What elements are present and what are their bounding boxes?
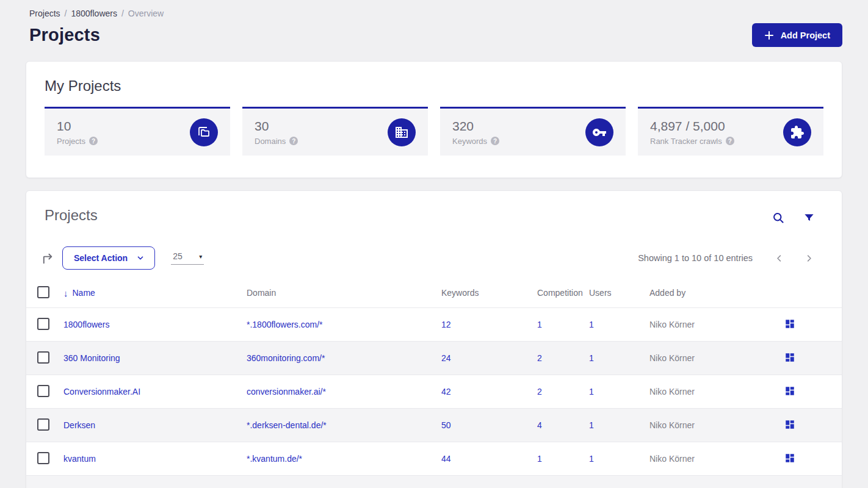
column-header-added-by[interactable]: Added by <box>649 288 771 298</box>
stat-value: 4,897 / 5,000 <box>650 119 734 134</box>
table-row: 1800flowers *.1800flowers.com/* 12 1 1 N… <box>26 307 842 341</box>
projects-panel-title: Projects <box>45 207 98 224</box>
competition-count-link[interactable]: 2 <box>537 353 589 363</box>
keywords-count-link[interactable]: 12 <box>441 320 537 329</box>
users-count-link[interactable]: 1 <box>589 420 649 430</box>
dashboard-icon[interactable] <box>784 318 795 329</box>
breadcrumb: Projects / 1800flowers / Overview <box>29 9 842 18</box>
added-by-label: Niko Körner <box>649 353 771 363</box>
page-size-select[interactable]: 25 ▾ <box>171 251 204 265</box>
sort-descending-icon: ↓ <box>63 288 68 298</box>
stat-tile-domains[interactable]: 30 Domains? <box>242 107 428 156</box>
stat-value: 320 <box>452 119 499 134</box>
project-domain-link[interactable]: 360monitoring.com/* <box>247 353 441 363</box>
project-domain-link[interactable]: conversionmaker.ai/* <box>247 387 441 396</box>
add-project-button[interactable]: Add Project <box>752 23 842 47</box>
my-projects-title: My Projects <box>45 77 823 95</box>
project-domain-link[interactable]: *.1800flowers.com/* <box>247 320 441 329</box>
keywords-count-link[interactable]: 44 <box>441 454 537 464</box>
added-by-label: Niko Körner <box>649 420 771 430</box>
row-checkbox[interactable] <box>37 351 49 364</box>
column-header-keywords[interactable]: Keywords <box>441 288 537 298</box>
help-icon[interactable]: ? <box>289 137 298 145</box>
project-name-link[interactable]: 360 Monitoring <box>63 353 247 363</box>
project-name-link[interactable]: 1800flowers <box>63 320 247 329</box>
pagination-prev-icon[interactable] <box>769 250 790 267</box>
users-count-link[interactable]: 1 <box>589 387 649 396</box>
help-icon[interactable]: ? <box>726 137 734 145</box>
competition-count-link[interactable]: 1 <box>537 320 589 329</box>
project-name-link[interactable]: Derksen <box>63 420 247 430</box>
stat-value: 30 <box>255 119 298 134</box>
users-count-link[interactable]: 1 <box>589 454 649 464</box>
keywords-count-link[interactable]: 42 <box>441 387 537 396</box>
pagination-next-icon[interactable] <box>798 250 820 267</box>
breadcrumb-current: Overview <box>128 9 164 18</box>
select-action-dropdown[interactable]: Select Action <box>62 246 155 270</box>
select-action-label: Select Action <box>74 253 128 263</box>
project-name-link[interactable]: Conversionmaker.AI <box>63 387 247 396</box>
export-icon[interactable] <box>40 250 56 267</box>
column-header-users[interactable]: Users <box>589 288 649 298</box>
page-size-value: 25 <box>173 251 183 261</box>
added-by-label: Niko Körner <box>649 387 771 396</box>
table-row: Conversionmaker.AI conversionmaker.ai/* … <box>26 375 842 408</box>
stat-tile-projects[interactable]: 10 Projects? <box>45 107 230 156</box>
top-header: Projects / 1800flowers / Overview Projec… <box>0 0 868 47</box>
table-row: 360 Monitoring 360monitoring.com/* 24 2 … <box>26 341 842 375</box>
key-icon <box>585 118 613 146</box>
caret-down-icon: ▾ <box>199 253 202 260</box>
projects-stack-icon <box>190 118 218 146</box>
stat-label: Rank Tracker crawls <box>650 137 722 146</box>
puzzle-icon <box>783 118 811 146</box>
users-count-link[interactable]: 1 <box>589 353 649 363</box>
table-body: 1800flowers *.1800flowers.com/* 12 1 1 N… <box>26 307 842 488</box>
stat-value: 10 <box>57 119 98 134</box>
projects-table-card: Projects Select Action 25 ▾ Showing 1 to… <box>26 190 842 488</box>
page-title: Projects <box>29 25 100 45</box>
row-checkbox[interactable] <box>37 418 49 431</box>
table-row: kvantum *.kvantum.de/* 44 1 1 Niko Körne… <box>26 442 842 475</box>
competition-count-link[interactable]: 4 <box>537 420 589 430</box>
column-header-domain[interactable]: Domain <box>247 288 441 298</box>
column-header-competition[interactable]: Competition <box>537 288 589 298</box>
select-all-checkbox[interactable] <box>37 286 49 298</box>
dashboard-icon[interactable] <box>784 453 795 464</box>
breadcrumb-projects[interactable]: Projects <box>29 9 60 18</box>
project-domain-link[interactable]: *.derksen-dental.de/* <box>247 420 441 430</box>
row-checkbox[interactable] <box>37 318 49 330</box>
stat-label: Projects <box>57 137 85 146</box>
help-icon[interactable]: ? <box>491 137 499 145</box>
my-projects-card: My Projects 10 Projects? 30 Domains? <box>26 61 842 178</box>
add-project-label: Add Project <box>781 30 830 40</box>
project-name-link[interactable]: kvantum <box>63 454 247 464</box>
breadcrumb-separator: / <box>65 9 67 18</box>
help-icon[interactable]: ? <box>89 137 98 145</box>
stat-label: Keywords <box>452 137 487 146</box>
column-header-name[interactable]: ↓ Name <box>63 288 247 298</box>
added-by-label: Niko Körner <box>649 454 771 464</box>
pagination-status: Showing 1 to 10 of 10 entries <box>638 253 753 263</box>
added-by-label: Niko Körner <box>649 320 771 329</box>
competition-count-link[interactable]: 2 <box>537 387 589 396</box>
chevron-down-icon <box>136 254 145 262</box>
filter-icon[interactable] <box>803 212 815 224</box>
keywords-count-link[interactable]: 24 <box>441 353 537 363</box>
competition-count-link[interactable]: 1 <box>537 454 589 464</box>
stat-tile-rank-tracker[interactable]: 4,897 / 5,000 Rank Tracker crawls? <box>638 107 823 156</box>
row-checkbox[interactable] <box>37 385 49 397</box>
plus-icon <box>764 30 774 40</box>
stat-tile-keywords[interactable]: 320 Keywords? <box>440 107 626 156</box>
building-icon <box>388 118 416 146</box>
breadcrumb-1800flowers[interactable]: 1800flowers <box>71 9 117 18</box>
breadcrumb-separator: / <box>121 9 124 18</box>
project-domain-link[interactable]: *.kvantum.de/* <box>247 454 441 464</box>
stat-label: Domains <box>255 137 286 146</box>
keywords-count-link[interactable]: 50 <box>441 420 537 430</box>
dashboard-icon[interactable] <box>784 386 795 396</box>
dashboard-icon[interactable] <box>784 419 795 430</box>
search-icon[interactable] <box>772 212 785 224</box>
dashboard-icon[interactable] <box>784 352 795 363</box>
users-count-link[interactable]: 1 <box>589 320 649 329</box>
row-checkbox[interactable] <box>37 452 49 464</box>
